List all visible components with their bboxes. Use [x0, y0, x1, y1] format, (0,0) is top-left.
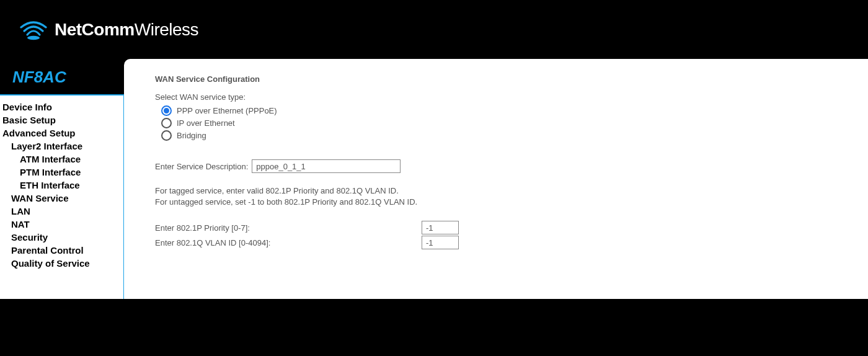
nav-wan-service[interactable]: WAN Service	[0, 192, 123, 205]
wifi-icon	[19, 19, 48, 41]
nav-nat[interactable]: NAT	[0, 218, 123, 231]
brand-text: NetCommWireless	[55, 20, 198, 40]
nav-quality-of-service[interactable]: Quality of Service	[0, 257, 123, 270]
nav-advanced-setup[interactable]: Advanced Setup	[0, 127, 123, 140]
header: NetCommWireless	[0, 0, 868, 59]
radio-icon	[161, 130, 172, 141]
vlan-row: Enter 802.1Q VLAN ID [0-4094]:	[155, 236, 843, 249]
priority-label: Enter 802.1P Priority [0-7]:	[155, 223, 422, 233]
hint-line-2: For untagged service, set -1 to both 802…	[155, 197, 843, 208]
nav-layer2-interface[interactable]: Layer2 Interface	[0, 140, 123, 153]
priority-row: Enter 802.1P Priority [0-7]:	[155, 221, 843, 234]
nav-basic-setup[interactable]: Basic Setup	[0, 113, 123, 127]
nav-atm-interface[interactable]: ATM Interface	[0, 153, 123, 166]
hint-line-1: For tagged service, enter valid 802.1P P…	[155, 185, 843, 197]
model-label: NF8AC	[0, 59, 124, 96]
nav-eth-interface[interactable]: ETH Interface	[0, 179, 123, 192]
service-description-row: Enter Service Description:	[155, 159, 843, 173]
radio-label: IP over Ethernet	[177, 118, 235, 128]
service-description-input[interactable]	[252, 159, 401, 173]
wan-type-radio-group: PPP over Ethernet (PPPoE) IP over Ethern…	[155, 105, 843, 141]
radio-label: Bridging	[177, 131, 206, 140]
radio-icon	[161, 118, 172, 128]
vlan-label: Enter 802.1Q VLAN ID [0-4094]:	[155, 238, 422, 247]
select-wan-label: Select WAN service type:	[155, 92, 843, 102]
footer-strip	[0, 299, 868, 356]
vlan-input[interactable]	[422, 236, 459, 249]
radio-icon	[161, 105, 172, 116]
radio-option-pppoe[interactable]: PPP over Ethernet (PPPoE)	[161, 105, 843, 116]
nav-security[interactable]: Security	[0, 231, 123, 244]
brand-logo: NetCommWireless	[19, 19, 198, 41]
priority-input[interactable]	[422, 221, 459, 234]
brand-light: Wireless	[135, 20, 198, 39]
page-title: WAN Service Configuration	[155, 74, 843, 84]
nav-device-info[interactable]: Device Info	[0, 100, 123, 113]
radio-option-ipoe[interactable]: IP over Ethernet	[161, 118, 843, 128]
service-description-label: Enter Service Description:	[155, 162, 248, 171]
tag-hint: For tagged service, enter valid 802.1P P…	[155, 185, 843, 207]
svg-point-0	[27, 35, 40, 39]
brand-bold: NetComm	[55, 20, 135, 39]
radio-label: PPP over Ethernet (PPPoE)	[177, 106, 277, 115]
nav-ptm-interface[interactable]: PTM Interface	[0, 166, 123, 179]
nav-parental-control[interactable]: Parental Control	[0, 244, 123, 257]
nav-lan[interactable]: LAN	[0, 205, 123, 218]
radio-option-bridging[interactable]: Bridging	[161, 130, 843, 141]
